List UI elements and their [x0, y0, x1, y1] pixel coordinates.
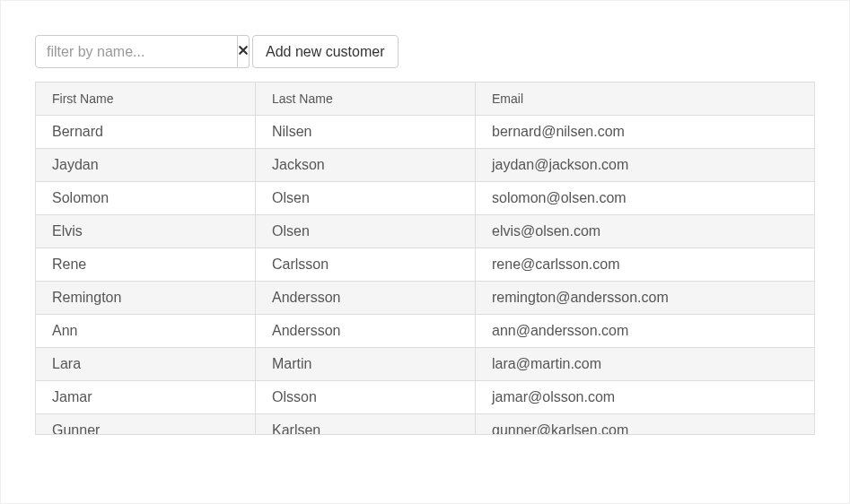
cell-first-name: Jamar: [36, 381, 256, 413]
cell-last-name: Carlsson: [256, 248, 476, 281]
cell-email: ann@andersson.com: [476, 315, 814, 347]
table-body[interactable]: BernardNilsenbernard@nilsen.comJaydanJac…: [35, 115, 815, 435]
cell-last-name: Andersson: [256, 282, 476, 314]
cell-last-name: Olsson: [256, 381, 476, 413]
cell-first-name: Solomon: [36, 182, 256, 214]
cell-first-name: Bernard: [36, 116, 256, 148]
cell-email: elvis@olsen.com: [476, 215, 814, 248]
table-row[interactable]: GunnerKarlsengunner@karlsen.com: [36, 413, 814, 435]
cell-email: rene@carlsson.com: [476, 248, 814, 281]
col-header-email[interactable]: Email: [476, 83, 814, 115]
cell-first-name: Elvis: [36, 215, 256, 248]
cell-first-name: Jaydan: [36, 149, 256, 181]
table-row[interactable]: RemingtonAnderssonremington@andersson.co…: [36, 281, 814, 314]
cell-email: bernard@nilsen.com: [476, 116, 814, 148]
filter-group: [35, 35, 241, 68]
cell-last-name: Martin: [256, 348, 476, 380]
cell-last-name: Karlsen: [256, 414, 476, 435]
cell-first-name: Remington: [36, 282, 256, 314]
cell-email: jamar@olsson.com: [476, 381, 814, 413]
cell-email: remington@andersson.com: [476, 282, 814, 314]
cell-email: lara@martin.com: [476, 348, 814, 380]
col-header-last-name[interactable]: Last Name: [256, 83, 476, 115]
cell-last-name: Nilsen: [256, 116, 476, 148]
customers-table: First Name Last Name Email BernardNilsen…: [35, 82, 815, 435]
table-row[interactable]: JaydanJacksonjaydan@jackson.com: [36, 148, 814, 181]
cell-email: jaydan@jackson.com: [476, 149, 814, 181]
table-row[interactable]: ElvisOlsenelvis@olsen.com: [36, 214, 814, 248]
table-row[interactable]: AnnAnderssonann@andersson.com: [36, 314, 814, 347]
cell-last-name: Jackson: [256, 149, 476, 181]
cell-first-name: Gunner: [36, 414, 256, 435]
cell-email: gunner@karlsen.com: [476, 414, 814, 435]
col-header-first-name[interactable]: First Name: [36, 83, 256, 115]
cell-first-name: Ann: [36, 315, 256, 347]
table-row[interactable]: BernardNilsenbernard@nilsen.com: [36, 115, 814, 148]
close-icon: [238, 45, 249, 58]
cell-last-name: Olsen: [256, 182, 476, 214]
table-row[interactable]: ReneCarlssonrene@carlsson.com: [36, 248, 814, 281]
toolbar: Add new customer: [35, 35, 815, 68]
cell-email: solomon@olsen.com: [476, 182, 814, 214]
table-row[interactable]: SolomonOlsensolomon@olsen.com: [36, 181, 814, 214]
customers-panel: Add new customer First Name Last Name Em…: [0, 0, 850, 504]
cell-first-name: Rene: [36, 248, 256, 281]
table-header: First Name Last Name Email: [35, 82, 815, 115]
add-customer-button[interactable]: Add new customer: [252, 35, 399, 68]
table-row[interactable]: LaraMartinlara@martin.com: [36, 347, 814, 380]
filter-clear-button[interactable]: [238, 35, 250, 68]
table-row[interactable]: JamarOlssonjamar@olsson.com: [36, 380, 814, 413]
filter-input[interactable]: [35, 35, 238, 68]
cell-last-name: Olsen: [256, 215, 476, 248]
cell-last-name: Andersson: [256, 315, 476, 347]
cell-first-name: Lara: [36, 348, 256, 380]
